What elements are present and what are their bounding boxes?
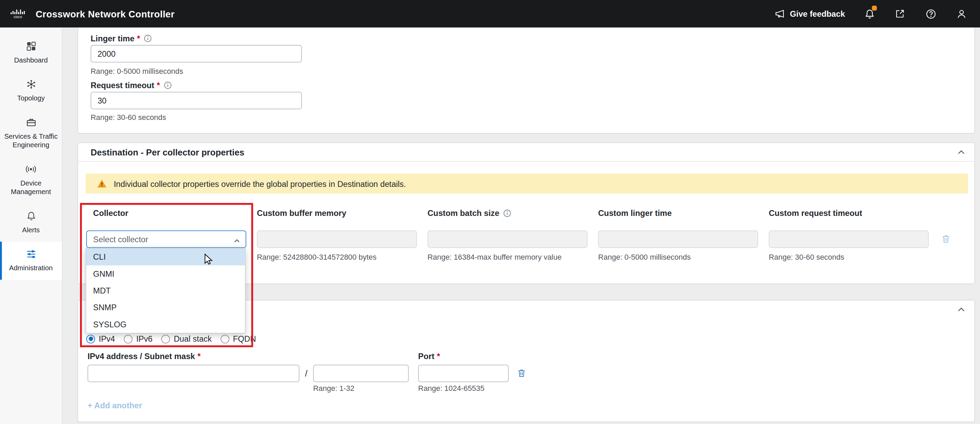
delete-collector-row-button[interactable] (941, 234, 951, 243)
subnet-separator: / (299, 365, 313, 382)
custom-request-timeout-label: Custom request timeout (769, 208, 929, 218)
sidebar-item-administration[interactable]: Administration (0, 241, 62, 279)
active-indicator-bar (0, 241, 2, 279)
custom-request-timeout-column: Custom request timeout Range: 30-60 seco… (769, 208, 929, 262)
sidebar-item-topology[interactable]: Topology (0, 72, 62, 110)
chevron-up-icon (233, 236, 241, 247)
device-management-icon (25, 164, 36, 174)
warning-text: Individual collector properties override… (114, 179, 406, 188)
ipv4-address-label: IPv4 address / Subnet mask* (88, 351, 201, 361)
custom-linger-time-helper: Range: 0-5000 milliseconds (598, 253, 758, 262)
custom-batch-size-label: Custom batch size (428, 208, 587, 218)
custom-buffer-memory-helper: Range: 52428800-314572800 bytes (257, 253, 417, 262)
custom-buffer-memory-label: Custom buffer memory (257, 208, 417, 218)
services-icon (26, 118, 36, 127)
main-content-area: Linger time* Range: 0-5000 milliseconds … (62, 27, 980, 424)
radio-button (86, 335, 95, 343)
dropdown-option-snmp[interactable]: SNMP (86, 299, 245, 316)
dropdown-option-cli[interactable]: CLI (86, 248, 245, 265)
radio-dual-stack[interactable]: Dual stack (161, 334, 212, 343)
top-header-bar: cisco Crosswork Network Controller Give … (0, 0, 980, 27)
give-feedback-button[interactable]: Give feedback (774, 9, 845, 19)
sidebar-item-services-traffic-engineering[interactable]: Services & Traffic Engineering (0, 110, 62, 157)
radio-button (161, 335, 170, 343)
linger-time-label: Linger time* (91, 33, 152, 43)
user-icon (956, 8, 967, 19)
request-timeout-input[interactable] (91, 92, 302, 110)
add-another-link[interactable]: + Add another (88, 401, 142, 410)
custom-request-timeout-input[interactable] (769, 230, 929, 248)
megaphone-icon (774, 9, 785, 19)
subnet-helper: Range: 1-32 (313, 384, 355, 393)
sidebar-item-device-management[interactable]: Device Management (0, 157, 62, 203)
sidebar-item-dashboard[interactable]: Dashboard (0, 34, 62, 72)
collapse-section-button[interactable] (957, 305, 966, 314)
radio-ipv4[interactable]: IPv4 (86, 334, 115, 343)
info-icon[interactable] (503, 209, 511, 217)
help-icon (925, 8, 936, 19)
port-label: Port* (418, 351, 440, 361)
collapse-section-button[interactable] (957, 148, 966, 156)
custom-linger-time-input[interactable] (598, 230, 758, 248)
radio-ipv6[interactable]: IPv6 (124, 334, 153, 343)
svg-text:cisco: cisco (14, 15, 22, 19)
collector-select[interactable]: Select collector (86, 230, 246, 248)
section-title: Destination - Per collector properties (91, 147, 244, 157)
trash-icon (941, 234, 951, 243)
sidebar-item-label: Topology (17, 94, 45, 103)
external-link-icon (895, 9, 905, 19)
sidebar-item-label: Alerts (22, 225, 40, 234)
warning-banner: Individual collector properties override… (86, 173, 968, 194)
sidebar-item-alerts[interactable]: Alerts (0, 203, 62, 241)
app-title: Crosswork Network Controller (35, 8, 174, 19)
give-feedback-label: Give feedback (790, 9, 845, 19)
user-account-button[interactable] (955, 8, 968, 20)
topology-icon (26, 79, 36, 89)
dashboard-icon (26, 41, 36, 51)
trash-icon (517, 368, 526, 378)
custom-buffer-memory-input[interactable] (257, 230, 417, 248)
radio-button (124, 335, 133, 343)
administration-icon (26, 249, 36, 259)
port-input[interactable] (418, 365, 509, 382)
sidebar-item-label: Administration (9, 264, 52, 272)
dropdown-option-gnmi[interactable]: GNMI (86, 265, 245, 282)
radio-button (221, 335, 229, 343)
info-icon[interactable] (164, 81, 172, 89)
notifications-button[interactable] (863, 8, 876, 20)
delete-destination-row-button[interactable] (517, 368, 526, 378)
custom-request-timeout-helper: Range: 30-60 seconds (769, 253, 929, 262)
app-window: cisco Crosswork Network Controller Give … (0, 0, 980, 424)
global-properties-card: Linger time* Range: 0-5000 milliseconds … (78, 27, 975, 133)
custom-batch-size-input[interactable] (428, 230, 587, 248)
ipv4-address-input[interactable] (88, 365, 299, 382)
custom-linger-time-label: Custom linger time (598, 208, 758, 218)
chevron-up-icon (957, 305, 966, 314)
subnet-mask-input[interactable] (313, 365, 409, 382)
collector-select-value: Select collector (93, 234, 148, 244)
dropdown-option-syslog[interactable]: SYSLOG (86, 316, 245, 333)
linger-time-input[interactable] (91, 45, 302, 62)
sidebar-item-label: Services & Traffic Engineering (2, 132, 59, 149)
info-icon[interactable] (144, 34, 152, 42)
notification-badge (872, 5, 877, 11)
request-timeout-helper: Range: 30-60 seconds (91, 113, 166, 122)
port-helper: Range: 1024-65535 (418, 384, 485, 393)
dropdown-option-mdt[interactable]: MDT (86, 282, 245, 299)
collector-label: Collector (86, 208, 246, 218)
custom-batch-size-column: Custom batch size Range: 16384-max buffe… (428, 208, 587, 262)
sidebar-item-label: Device Management (2, 179, 59, 196)
custom-linger-time-column: Custom linger time Range: 0-5000 millise… (598, 208, 758, 262)
request-timeout-label: Request timeout* (91, 80, 172, 90)
alerts-bell-icon (26, 211, 36, 221)
help-button[interactable] (924, 8, 937, 20)
external-link-button[interactable] (894, 8, 907, 20)
collector-dropdown-menu: CLI GNMI MDT SNMP SYSLOG (86, 248, 245, 333)
chevron-up-icon (957, 148, 966, 156)
linger-time-helper: Range: 0-5000 milliseconds (91, 67, 183, 76)
warning-icon (97, 179, 107, 189)
cisco-logo: cisco (9, 7, 28, 21)
left-nav-sidebar: Dashboard Topology (0, 27, 62, 424)
radio-fqdn[interactable]: FQDN (221, 334, 256, 343)
custom-buffer-memory-column: Custom buffer memory Range: 52428800-314… (257, 208, 417, 262)
